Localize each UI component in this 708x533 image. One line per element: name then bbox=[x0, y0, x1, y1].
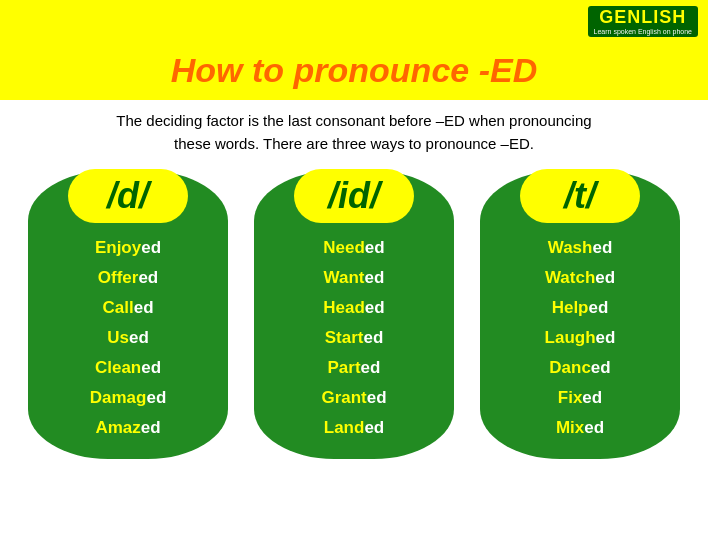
pill-header-id: /id/ bbox=[294, 169, 414, 223]
word-t-2: Helped bbox=[552, 298, 609, 318]
pill-header-text-id: /id/ bbox=[328, 175, 380, 216]
word-t-6: Mixed bbox=[556, 418, 604, 438]
subtitle-line2: these words. There are three ways to pro… bbox=[30, 133, 678, 156]
word-d-0: Enjoyed bbox=[95, 238, 161, 258]
word-t-3: Laughed bbox=[545, 328, 616, 348]
word-t-1: Watched bbox=[545, 268, 615, 288]
logo: GENLISH Learn spoken English on phone bbox=[588, 6, 698, 37]
word-id-1: Wanted bbox=[324, 268, 385, 288]
word-d-1: Offered bbox=[98, 268, 158, 288]
page-wrapper: GENLISH Learn spoken English on phone Ho… bbox=[0, 0, 708, 533]
main-title: How to pronounce -ED bbox=[10, 51, 698, 90]
word-t-4: Danced bbox=[549, 358, 610, 378]
top-bar: GENLISH Learn spoken English on phone bbox=[0, 0, 708, 43]
word-t-5: Fixed bbox=[558, 388, 602, 408]
word-id-4: Parted bbox=[328, 358, 381, 378]
word-d-6: Amazed bbox=[95, 418, 160, 438]
pill-header-d: /d/ bbox=[68, 169, 188, 223]
logo-main: GENLISH bbox=[599, 8, 686, 28]
pill-column-d: /d/EnjoyedOfferedCalledUsedCleanedDamage… bbox=[28, 171, 228, 459]
word-id-5: Granted bbox=[321, 388, 386, 408]
pill-header-t: /t/ bbox=[520, 169, 640, 223]
word-t-0: Washed bbox=[548, 238, 613, 258]
columns-container: /d/EnjoyedOfferedCalledUsedCleanedDamage… bbox=[0, 163, 708, 469]
logo-sub: Learn spoken English on phone bbox=[594, 28, 692, 36]
pill-header-text-d: /d/ bbox=[107, 175, 149, 216]
word-id-2: Headed bbox=[323, 298, 384, 318]
word-id-0: Needed bbox=[323, 238, 384, 258]
subtitle-line1: The deciding factor is the last consonan… bbox=[30, 110, 678, 133]
subtitle-section: The deciding factor is the last consonan… bbox=[0, 100, 708, 163]
word-d-4: Cleaned bbox=[95, 358, 161, 378]
word-id-3: Started bbox=[325, 328, 384, 348]
pill-header-text-t: /t/ bbox=[564, 175, 596, 216]
word-d-2: Called bbox=[102, 298, 153, 318]
pill-column-id: /id/NeededWantedHeadedStartedPartedGrant… bbox=[254, 171, 454, 459]
pill-column-t: /t/WashedWatchedHelpedLaughedDancedFixed… bbox=[480, 171, 680, 459]
title-section: How to pronounce -ED bbox=[0, 43, 708, 100]
word-d-3: Used bbox=[107, 328, 149, 348]
word-id-6: Landed bbox=[324, 418, 384, 438]
word-d-5: Damaged bbox=[90, 388, 167, 408]
